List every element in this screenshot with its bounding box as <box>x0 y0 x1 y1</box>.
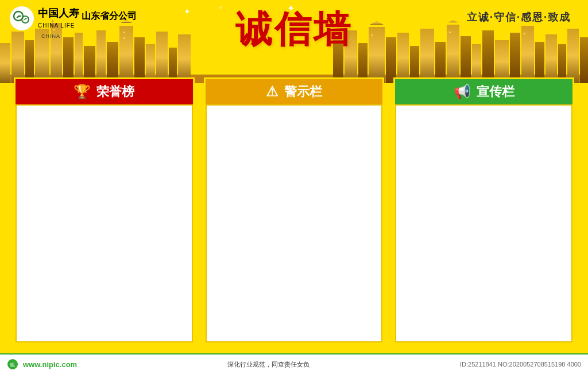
svg-rect-34 <box>495 40 509 83</box>
logo-english: CHINA LIFE <box>38 22 137 29</box>
svg-marker-30 <box>448 20 458 22</box>
svg-rect-44 <box>123 32 125 33</box>
svg-rect-25 <box>397 33 409 83</box>
footer-site: www.nipic.com <box>23 360 77 369</box>
page-wrapper: 中国人寿 山东省分公司 CHINA LIFE CHINA ✦ ✧ ✦ 诚信墙 立… <box>0 0 588 374</box>
header: 中国人寿 山东省分公司 CHINA LIFE CHINA ✦ ✧ ✦ 诚信墙 立… <box>0 0 588 83</box>
logo-text-group: 中国人寿 山东省分公司 CHINA LIFE <box>38 8 137 29</box>
svg-rect-18 <box>178 34 191 83</box>
svg-rect-24 <box>386 37 396 83</box>
svg-rect-45 <box>123 37 125 39</box>
svg-rect-16 <box>156 32 168 83</box>
warning-label: 警示栏 <box>284 83 322 100</box>
warning-icon: ⚠ <box>266 84 278 100</box>
svg-rect-22 <box>369 27 385 83</box>
svg-rect-14 <box>134 37 145 83</box>
svg-rect-31 <box>461 36 471 83</box>
warning-panel-header: ⚠ 警示栏 <box>206 79 383 104</box>
svg-rect-29 <box>447 25 459 83</box>
svg-rect-27 <box>420 29 434 83</box>
china-label: CHINA <box>41 33 60 39</box>
footer: 昵 www.nipic.com 深化行业规范，同查责任女负 ID:2521184… <box>0 353 588 374</box>
honor-panel-header: 🏆 荣誉榜 <box>16 79 193 104</box>
bulletin-icon: 📢 <box>454 84 471 100</box>
honor-icon: 🏆 <box>74 84 91 100</box>
footer-id: ID:25211841 NO:2020052708515198 4000 <box>460 361 581 368</box>
svg-rect-33 <box>482 30 494 83</box>
svg-rect-8 <box>75 33 83 83</box>
svg-rect-5 <box>51 23 62 83</box>
sparkle-1: ✦ <box>184 7 191 16</box>
svg-rect-46 <box>372 34 373 36</box>
honor-panel-body <box>16 104 193 342</box>
svg-rect-41 <box>580 37 588 83</box>
logo-chinese: 中国人寿 <box>38 8 79 20</box>
svg-rect-47 <box>449 32 451 33</box>
svg-rect-7 <box>63 37 74 83</box>
svg-rect-3 <box>25 40 34 83</box>
svg-rect-35 <box>510 33 520 83</box>
sparkle-2: ✧ <box>218 5 223 11</box>
bulletin-label: 宣传栏 <box>477 83 514 100</box>
svg-rect-38 <box>546 34 557 83</box>
svg-rect-40 <box>567 29 579 83</box>
svg-rect-12 <box>119 26 133 83</box>
content-area: 🏆 荣誉榜 ⚠ 警示栏 📢 宣传栏 <box>0 77 588 353</box>
honor-panel: 🏆 荣誉榜 <box>14 77 195 344</box>
bulletin-panel: 📢 宣传栏 <box>393 77 574 344</box>
footer-bottom-text: 深化行业规范，同查责任女负 <box>227 360 310 369</box>
main-title: 诚信墙 <box>235 5 353 54</box>
subtitle: 立诚·守信·感恩·致成 <box>467 10 571 24</box>
svg-rect-10 <box>96 30 106 83</box>
svg-text:昵: 昵 <box>10 363 15 368</box>
china-life-logo-icon <box>9 6 34 31</box>
warning-panel-body <box>206 104 383 342</box>
footer-left: 昵 www.nipic.com <box>7 359 77 370</box>
logo-area: 中国人寿 山东省分公司 CHINA LIFE <box>9 6 137 31</box>
honor-label: 荣誉榜 <box>96 83 134 100</box>
svg-rect-2 <box>11 32 24 83</box>
svg-rect-48 <box>524 33 525 34</box>
logo-branch: 山东省分公司 <box>82 10 137 22</box>
svg-rect-36 <box>521 26 534 83</box>
svg-marker-23 <box>370 21 384 25</box>
bulletin-panel-header: 📢 宣传栏 <box>395 79 572 104</box>
nipic-logo-icon: 昵 <box>7 359 18 370</box>
warning-panel: ⚠ 警示栏 <box>204 77 385 344</box>
bulletin-panel-body <box>395 104 572 342</box>
